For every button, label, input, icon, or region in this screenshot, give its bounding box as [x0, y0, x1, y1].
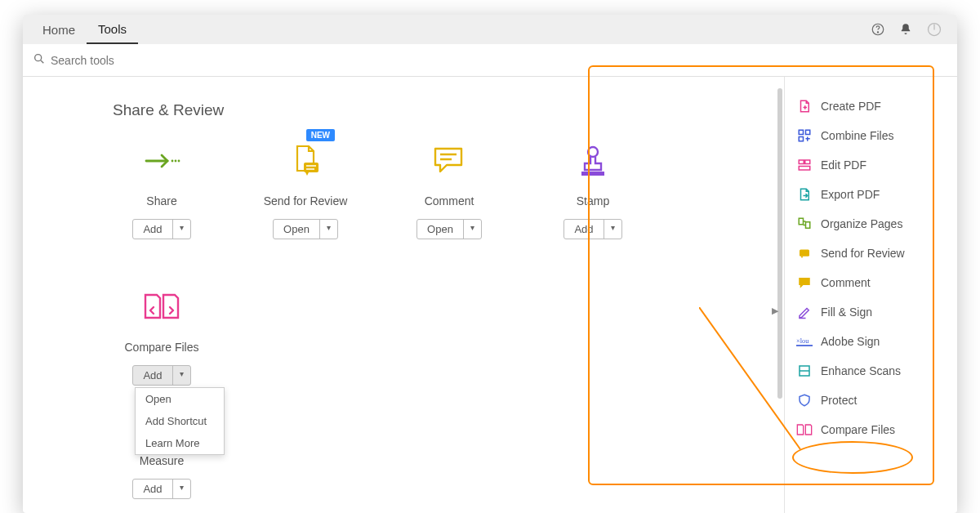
top-tabbar: Home Tools	[23, 15, 957, 44]
svg-text:×lou: ×lou	[796, 337, 809, 345]
tool-compare-files[interactable]: Compare Files Add▾ Open Add Shortcut Lea…	[113, 285, 211, 386]
tool-comment-button[interactable]: Open▾	[416, 219, 482, 239]
svg-rect-36	[800, 250, 809, 256]
tool-share-label: Share	[146, 194, 176, 207]
tool-send-for-review[interactable]: NEW Send for Review Open▾	[256, 139, 354, 239]
shortcut-label: Organize Pages	[821, 217, 902, 230]
search-input[interactable]	[51, 49, 947, 72]
svg-point-3	[35, 55, 42, 61]
shortcut-send-for-review[interactable]: Send for Review	[785, 239, 957, 268]
tab-home[interactable]: Home	[31, 15, 87, 44]
pencil-sign-icon	[796, 304, 813, 320]
svg-rect-30	[799, 137, 803, 141]
shortcut-label: Fill & Sign	[821, 306, 872, 319]
doc-comment-icon: NEW	[287, 139, 323, 183]
share-arrow-icon	[141, 139, 182, 183]
tool-comment-label: Comment	[425, 194, 474, 207]
tool-stamp-label: Stamp	[577, 194, 609, 207]
compare-files-icon	[796, 422, 813, 438]
svg-point-14	[588, 147, 598, 157]
tool-share-button[interactable]: Add▾	[132, 219, 190, 239]
right-shortcut-panel: ▶ Create PDFCombine FilesEdit PDFExport …	[784, 77, 957, 513]
speech-bubble-icon	[432, 139, 466, 183]
shortcut-label: Export PDF	[821, 188, 880, 201]
tool-compare-files-label: Compare Files	[124, 341, 198, 354]
shortcut-combine-files[interactable]: Combine Files	[785, 121, 957, 150]
svg-rect-29	[806, 130, 810, 134]
tool-share[interactable]: Share Add▾	[113, 139, 211, 239]
svg-rect-34	[799, 218, 803, 225]
shortcut-fill-&-sign[interactable]: Fill & Sign	[785, 297, 957, 327]
shortcut-label: Comment	[821, 276, 871, 289]
file-plus-icon	[796, 98, 813, 114]
shortcut-export-pdf[interactable]: Export PDF	[785, 180, 957, 209]
scan-icon	[796, 363, 813, 379]
panel-collapse-icon[interactable]: ▶	[772, 306, 778, 316]
shortcut-create-pdf[interactable]: Create PDF	[785, 91, 957, 121]
shortcut-organize-pages[interactable]: Organize Pages	[785, 209, 957, 239]
tool-measure-label: Measure	[140, 454, 184, 467]
help-icon[interactable]	[871, 22, 885, 37]
tool-stamp-button[interactable]: Add▾	[564, 219, 621, 239]
shortcut-label: Compare Files	[821, 423, 895, 436]
speech-bubble-icon	[796, 274, 813, 291]
account-icon[interactable]	[926, 21, 942, 38]
tool-comment[interactable]: Comment Open▾	[400, 139, 498, 239]
svg-point-7	[175, 160, 177, 163]
svg-rect-31	[799, 160, 804, 164]
stamp-icon	[577, 139, 609, 183]
svg-rect-9	[304, 163, 318, 172]
app-window: Home Tools Share & Review	[23, 15, 957, 513]
shield-icon	[796, 392, 813, 408]
svg-rect-15	[581, 172, 604, 176]
organize-icon	[796, 216, 813, 232]
tab-tools[interactable]: Tools	[87, 15, 138, 44]
svg-point-8	[178, 160, 180, 163]
shortcut-label: Adobe Sign	[821, 335, 880, 348]
dropdown-add-shortcut[interactable]: Add Shortcut	[136, 410, 224, 432]
compare-files-dropdown: Open Add Shortcut Learn More	[135, 387, 225, 455]
shortcut-compare-files[interactable]: Compare Files	[785, 415, 957, 444]
shortcut-label: Enhance Scans	[821, 364, 901, 377]
shortcut-protect[interactable]: Protect	[785, 386, 957, 415]
new-badge: NEW	[306, 129, 335, 141]
shortcut-adobe-sign[interactable]: ×louAdobe Sign	[785, 327, 957, 356]
grid-plus-icon	[796, 127, 813, 144]
bell-icon[interactable]	[898, 22, 913, 37]
shortcut-label: Create PDF	[821, 100, 881, 113]
svg-line-4	[41, 60, 43, 63]
shortcut-label: Protect	[821, 394, 857, 407]
shortcut-label: Send for Review	[821, 247, 905, 260]
tool-compare-files-button[interactable]: Add▾	[132, 365, 190, 386]
shortcut-label: Combine Files	[821, 129, 893, 142]
compare-files-icon	[142, 285, 181, 329]
shortcut-edit-pdf[interactable]: Edit PDF	[785, 150, 957, 180]
svg-rect-35	[806, 222, 810, 229]
tool-send-for-review-button[interactable]: Open▾	[273, 219, 338, 239]
doc-comment-icon	[796, 245, 813, 261]
shortcut-enhance-scans[interactable]: Enhance Scans	[785, 356, 957, 386]
tool-send-for-review-label: Send for Review	[264, 194, 348, 207]
svg-rect-33	[799, 167, 810, 171]
svg-rect-28	[799, 130, 803, 134]
tool-stamp[interactable]: Stamp Add▾	[544, 139, 642, 239]
dropdown-learn-more[interactable]: Learn More	[136, 432, 224, 454]
shortcut-comment[interactable]: Comment	[785, 268, 957, 297]
xlou-sign-icon: ×lou	[796, 333, 813, 350]
svg-point-1	[877, 32, 878, 33]
svg-point-6	[172, 160, 174, 163]
shortcut-label: Edit PDF	[821, 158, 866, 172]
tools-content: Share & Review Share Add▾ NEW	[23, 77, 784, 513]
svg-rect-32	[805, 160, 810, 164]
edit-grid-icon	[796, 157, 813, 173]
dropdown-open[interactable]: Open	[136, 388, 224, 410]
section-share-review-title: Share & Review	[113, 101, 735, 119]
file-export-icon	[796, 186, 813, 203]
tool-measure-button[interactable]: Add▾	[132, 479, 190, 499]
search-icon	[33, 52, 46, 68]
search-bar	[23, 44, 957, 77]
